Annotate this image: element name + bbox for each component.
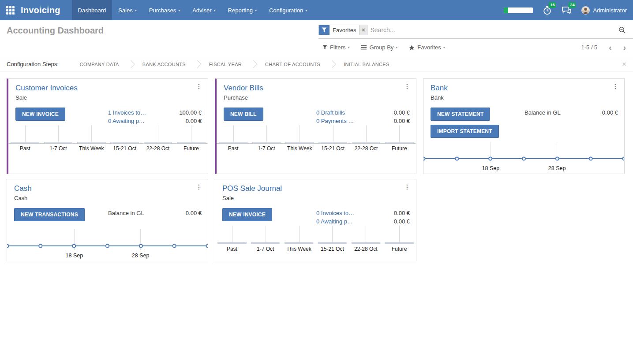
axis-tick-line: [399, 226, 400, 244]
nav-item-label: Sales: [118, 7, 133, 14]
group-by-button[interactable]: Group By▾: [361, 44, 397, 51]
kebab-menu-icon[interactable]: ⋮: [404, 83, 410, 90]
stat-value: 0.00 €: [394, 117, 410, 125]
card-subtitle: Bank: [431, 94, 618, 101]
search-input[interactable]: [370, 26, 618, 33]
config-step-bank-accounts[interactable]: BANK ACCOUNTS: [132, 62, 196, 67]
card-title[interactable]: Bank: [431, 84, 448, 93]
card-buttons: NEW BILL: [224, 108, 263, 125]
stat-label[interactable]: 0 Payments …: [316, 117, 354, 125]
filters-button[interactable]: Filters▾: [322, 44, 349, 51]
pager-previous-icon[interactable]: ‹: [609, 43, 611, 52]
chevron-down-icon: ▾: [178, 8, 180, 12]
bar-value: [385, 242, 413, 244]
card-title[interactable]: Cash: [14, 184, 32, 193]
card-stats: Balance in GL0.00 €: [524, 108, 618, 117]
nav-item-label: Purchases: [149, 7, 176, 14]
facet-remove-icon[interactable]: ✕: [359, 25, 367, 35]
axis-category-label: Past: [215, 246, 249, 252]
stat-row: 0 Awaiting p…0.00 €: [316, 217, 410, 226]
axis-category-label: This Week: [75, 145, 108, 152]
stat-row: 1 Invoices to…100.00 €: [108, 108, 202, 117]
nav-item-reporting[interactable]: Reporting▾: [222, 0, 263, 20]
card-header: BankBankNEW STATEMENTIMPORT STATEMENTBal…: [423, 79, 624, 142]
chevron-down-icon: ▾: [305, 8, 307, 12]
card-subtitle: Cash: [14, 195, 202, 201]
cards-row-2: CashCashNEW TRANSACTIONSBalance in GL0.0…: [7, 179, 626, 261]
config-step-chart-of-accounts[interactable]: CHART OF ACCOUNTS: [255, 62, 331, 67]
stat-row: Balance in GL0.00 €: [524, 108, 618, 117]
axis-category-label: 22-28 Oct: [141, 145, 174, 152]
bar-value: [285, 142, 314, 143]
card-body: NEW BILL0 Draft bills0.00 €0 Payments …0…: [224, 108, 410, 125]
kebab-menu-icon[interactable]: ⋮: [196, 184, 202, 190]
card-title[interactable]: Customer Invoices: [15, 84, 78, 93]
stat-value: 0.00 €: [394, 209, 410, 217]
configuration-steps-label: Configuration Steps:: [7, 61, 59, 67]
search-magnifier-icon[interactable]: [618, 26, 626, 34]
avatar[interactable]: [581, 6, 590, 15]
card-customer-invoices: Customer InvoicesSaleNEW INVOICE1 Invoic…: [7, 78, 208, 174]
new-invoice-button[interactable]: NEW INVOICE: [222, 208, 272, 221]
config-step-company-data[interactable]: COMPANY DATA: [69, 62, 130, 67]
card-title[interactable]: Vendor Bills: [224, 84, 263, 93]
group-by-label: Group By: [369, 44, 393, 51]
axis-category-label: Future: [175, 145, 208, 152]
chevron-down-icon: ▾: [255, 8, 257, 12]
stat-label[interactable]: 1 Invoices to…: [108, 108, 146, 117]
close-icon[interactable]: ×: [622, 60, 626, 68]
stat-value: 0.00 €: [602, 108, 618, 117]
stat-label[interactable]: 0 Draft bills: [316, 108, 345, 117]
nav-item-adviser[interactable]: Adviser▾: [186, 0, 221, 20]
user-menu[interactable]: Administrator: [593, 7, 627, 14]
new-statement-button[interactable]: NEW STATEMENT: [431, 108, 490, 121]
axis-tick-line: [233, 125, 234, 143]
stat-row: 0 Invoices to…0.00 €: [316, 209, 410, 217]
favorites-button[interactable]: Favorites▾: [409, 44, 445, 51]
chevron-down-icon: ▾: [443, 45, 445, 49]
bar-value: [352, 242, 380, 244]
new-transactions-button[interactable]: NEW TRANSACTIONS: [14, 208, 85, 221]
kebab-menu-icon[interactable]: ⋮: [612, 83, 618, 90]
card-title[interactable]: POS Sale Journal: [222, 184, 282, 193]
bar-column-22-28-oct: 22-28 Oct: [349, 226, 382, 254]
bar-column-22-28-oct: 22-28 Oct: [141, 125, 174, 153]
nav-item-dashboard[interactable]: Dashboard: [72, 0, 112, 20]
nav-item-configuration[interactable]: Configuration▾: [263, 0, 313, 20]
axis-tick-line: [158, 125, 158, 143]
config-step-fiscal-year[interactable]: FISCAL YEAR: [199, 62, 252, 67]
new-bill-button[interactable]: NEW BILL: [224, 108, 263, 121]
app-brand[interactable]: Invoicing: [21, 5, 72, 15]
pager-next-icon[interactable]: ›: [623, 43, 626, 52]
apps-grid-icon[interactable]: [6, 6, 15, 15]
new-invoice-button[interactable]: NEW INVOICE: [15, 108, 65, 121]
stat-label[interactable]: 0 Invoices to…: [316, 209, 354, 217]
card-buttons: NEW STATEMENTIMPORT STATEMENT: [431, 108, 499, 142]
axis-category-label: 22-28 Oct: [349, 246, 382, 252]
kebab-menu-icon[interactable]: ⋮: [404, 184, 410, 190]
axis-category-label: 22-28 Oct: [349, 145, 382, 152]
stat-label[interactable]: 0 Awaiting p…: [316, 217, 353, 226]
card-body: NEW INVOICE0 Invoices to…0.00 €0 Awaitin…: [222, 208, 410, 226]
config-step-initial-balances[interactable]: INITIAL BALANCES: [333, 62, 400, 67]
card-line-chart: 18 Sep28 Sep: [423, 142, 624, 174]
activity-clock-icon[interactable]: 16: [543, 6, 552, 15]
messages-icon[interactable]: 24: [562, 6, 572, 15]
card-header: Vendor BillsPurchaseNEW BILL0 Draft bill…: [217, 79, 416, 125]
stat-label[interactable]: 0 Awaiting p…: [108, 117, 145, 125]
bar-value: [144, 142, 172, 143]
stat-value: 0.00 €: [394, 217, 410, 226]
kebab-menu-icon[interactable]: ⋮: [196, 83, 202, 90]
card-buttons: NEW INVOICE: [15, 108, 65, 125]
import-statement-button[interactable]: IMPORT STATEMENT: [431, 125, 499, 138]
card-pos-sale-journal: POS Sale JournalSaleNEW INVOICE0 Invoice…: [215, 179, 416, 261]
nav-item-sales[interactable]: Sales▾: [112, 0, 143, 20]
nav-item-purchases[interactable]: Purchases▾: [143, 0, 186, 20]
bar-column-this-week: This Week: [282, 226, 316, 254]
bar-column-past: Past: [215, 226, 249, 254]
stat-value: 0.00 €: [394, 108, 410, 117]
bar-value: [177, 142, 206, 143]
card-body: NEW TRANSACTIONSBalance in GL0.00 €: [14, 208, 202, 225]
group-by-icon: [361, 45, 367, 50]
bar-column-1-7-oct: 1-7 Oct: [41, 125, 75, 153]
